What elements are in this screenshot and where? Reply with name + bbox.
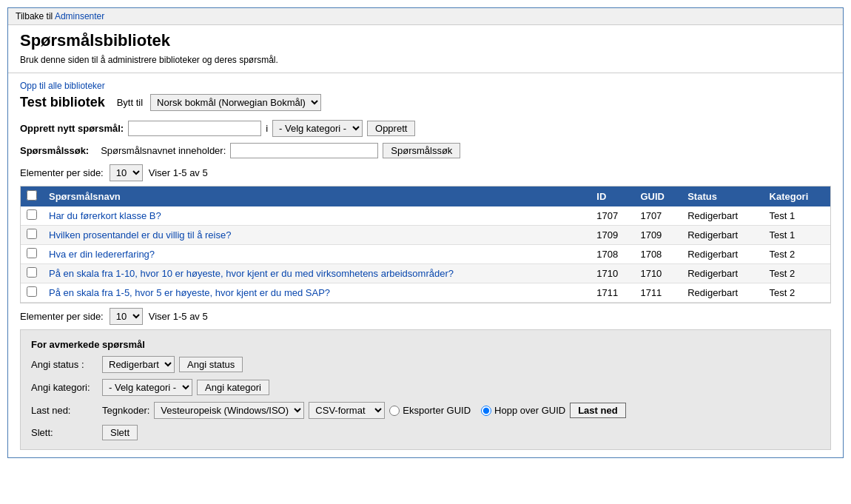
- set-status-label: Angi status :: [31, 359, 98, 370]
- format-select[interactable]: CSV-format Excel-format: [309, 402, 385, 419]
- row-id: 1708: [591, 245, 634, 264]
- row-guid: 1711: [634, 283, 682, 303]
- header-guid: GUID: [634, 187, 682, 206]
- hopp-over-guid-option: Hopp over GUID: [481, 405, 565, 416]
- per-page-select-bottom[interactable]: 5 10 20 50: [110, 308, 143, 325]
- library-header: Test bibliotek Bytt til Norsk bokmål (No…: [20, 94, 831, 111]
- opprett-button[interactable]: Opprett: [367, 121, 415, 136]
- download-row: Last ned: Tegnkoder: Vesteuropeisk (Wind…: [31, 402, 820, 419]
- row-guid: 1709: [634, 226, 682, 245]
- search-sublabel: Spørsmålsnavnet inneholder:: [101, 145, 226, 156]
- showing-text-top: Viser 1-5 av 5: [149, 167, 208, 178]
- main-content: Opp til alle biblioteker Test bibliotek …: [8, 73, 843, 457]
- questions-table-container: Spørsmålsnavn ID GUID Status Kategori Ha…: [20, 186, 831, 303]
- adminsenter-link[interactable]: Adminsenter: [55, 11, 104, 21]
- search-label: Spørsmålssøk:: [20, 145, 89, 156]
- table-row: Hva er din ledererfaring? 1708 1708 Redi…: [21, 245, 830, 264]
- status-select[interactable]: Redigerbart Aktiv Inaktiv: [102, 356, 175, 373]
- questions-table: Spørsmålsnavn ID GUID Status Kategori Ha…: [21, 187, 830, 303]
- search-row: Spørsmålssøk: Spørsmålsnavnet inneholder…: [20, 143, 831, 158]
- topbar: Tilbake til Adminsenter: [8, 8, 843, 25]
- table-row: På en skala fra 1-5, hvor 5 er høyeste, …: [21, 283, 830, 303]
- set-category-row: Angi kategori: - Velg kategori - Test 1 …: [31, 379, 820, 396]
- row-name: Hvilken prosentandel er du villig til å …: [43, 226, 591, 245]
- row-status: Redigerbart: [682, 226, 763, 245]
- row-category: Test 2: [764, 264, 830, 283]
- eksporter-guid-radio[interactable]: [389, 406, 400, 416]
- row-checkbox[interactable]: [27, 286, 37, 297]
- bulk-actions-title: For avmerkede spørsmål: [31, 339, 820, 350]
- row-id: 1709: [591, 226, 634, 245]
- header-category: Kategori: [764, 187, 830, 206]
- tegnkoder-select[interactable]: Vesteuropeisk (Windows/ISO) UTF-8: [154, 402, 304, 419]
- set-status-button[interactable]: Angi status: [179, 357, 243, 372]
- in-label: i: [266, 123, 268, 134]
- row-status: Redigerbart: [682, 283, 763, 303]
- row-id: 1711: [591, 283, 634, 303]
- row-checkbox[interactable]: [27, 248, 37, 258]
- row-name: Har du førerkort klasse B?: [43, 206, 591, 226]
- row-checkbox-cell: [21, 206, 43, 226]
- delete-button[interactable]: Slett: [102, 425, 138, 440]
- all-libraries-link[interactable]: Opp til alle biblioteker: [20, 81, 105, 91]
- page-container: Tilbake til Adminsenter Spørsmålsbibliot…: [7, 7, 844, 458]
- row-status: Redigerbart: [682, 206, 763, 226]
- question-link[interactable]: Har du førerkort klasse B?: [49, 210, 161, 221]
- per-page-label-top: Elementer per side:: [20, 167, 104, 178]
- question-link[interactable]: På en skala fra 1-5, hvor 5 er høyeste, …: [49, 287, 330, 298]
- question-link[interactable]: På en skala fra 1-10, hvor 10 er høyeste…: [49, 268, 454, 279]
- select-all-checkbox[interactable]: [27, 190, 37, 201]
- back-prefix: Tilbake til: [16, 11, 55, 21]
- row-category: Test 1: [764, 226, 830, 245]
- set-category-button[interactable]: Angi kategori: [197, 380, 269, 395]
- question-link[interactable]: Hva er din ledererfaring?: [49, 249, 155, 260]
- question-link[interactable]: Hvilken prosentandel er du villig til å …: [49, 229, 231, 241]
- back-to-libraries: Opp til alle biblioteker: [20, 81, 831, 91]
- row-guid: 1708: [634, 245, 682, 264]
- row-category: Test 1: [764, 206, 830, 226]
- row-checkbox[interactable]: [27, 267, 37, 278]
- row-guid: 1710: [634, 264, 682, 283]
- tegnkoder-label: Tegnkoder:: [102, 405, 149, 416]
- row-checkbox-cell: [21, 283, 43, 303]
- create-category-select[interactable]: - Velg kategori - Test 1 Test 2: [272, 120, 363, 137]
- row-guid: 1707: [634, 206, 682, 226]
- delete-label: Slett:: [31, 427, 98, 438]
- create-question-input[interactable]: [128, 121, 261, 136]
- row-checkbox-cell: [21, 245, 43, 264]
- table-row: Hvilken prosentandel er du villig til å …: [21, 226, 830, 245]
- set-status-row: Angi status : Redigerbart Aktiv Inaktiv …: [31, 356, 820, 373]
- eksporter-guid-label: Eksporter GUID: [403, 405, 471, 416]
- per-page-select-top[interactable]: 5 10 20 50: [110, 164, 143, 181]
- row-name: Hva er din ledererfaring?: [43, 245, 591, 264]
- last-ned-button[interactable]: Last ned: [570, 403, 625, 418]
- row-checkbox-cell: [21, 264, 43, 283]
- row-status: Redigerbart: [682, 264, 763, 283]
- row-checkbox[interactable]: [27, 229, 37, 239]
- row-checkbox[interactable]: [27, 209, 37, 220]
- table-row: Har du førerkort klasse B? 1707 1707 Red…: [21, 206, 830, 226]
- search-input[interactable]: [230, 143, 378, 158]
- per-page-label-bottom: Elementer per side:: [20, 311, 104, 322]
- pagination-top: Elementer per side: 5 10 20 50 Viser 1-5…: [20, 164, 831, 181]
- search-button[interactable]: Spørsmålssøk: [383, 143, 460, 158]
- showing-text-bottom: Viser 1-5 av 5: [149, 311, 208, 322]
- set-category-label: Angi kategori:: [31, 382, 98, 393]
- row-id: 1707: [591, 206, 634, 226]
- create-question-label: Opprett nytt spørsmål:: [20, 123, 124, 134]
- download-label: Last ned:: [31, 405, 98, 416]
- hopp-over-guid-radio[interactable]: [481, 406, 491, 416]
- row-name: På en skala fra 1-5, hvor 5 er høyeste, …: [43, 283, 591, 303]
- guid-radio-group: Eksporter GUID Hopp over GUID: [389, 405, 565, 416]
- create-question-row: Opprett nytt spørsmål: i - Velg kategori…: [20, 120, 831, 137]
- row-name: På en skala fra 1-10, hvor 10 er høyeste…: [43, 264, 591, 283]
- bytt-til-label: Bytt til: [117, 97, 143, 108]
- library-title: Test bibliotek: [20, 95, 105, 110]
- header-id: ID: [591, 187, 634, 206]
- row-category: Test 2: [764, 245, 830, 264]
- language-select[interactable]: Norsk bokmål (Norwegian Bokmål): [150, 94, 321, 111]
- bulk-category-select[interactable]: - Velg kategori - Test 1 Test 2: [102, 379, 192, 396]
- hopp-over-guid-label: Hopp over GUID: [494, 405, 565, 416]
- row-status: Redigerbart: [682, 245, 763, 264]
- pagination-bottom: Elementer per side: 5 10 20 50 Viser 1-5…: [20, 308, 831, 325]
